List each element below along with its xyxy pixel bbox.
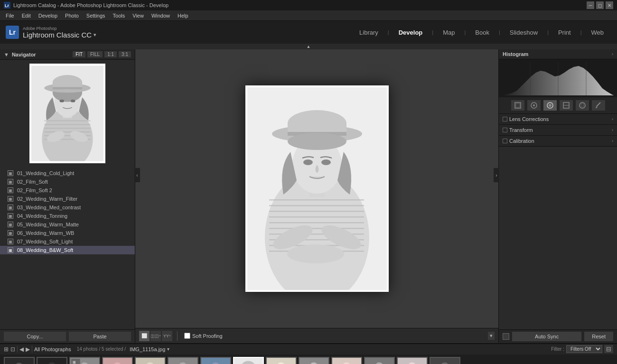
lens-corrections-header[interactable]: Lens Corrections › [499, 114, 617, 124]
preset-item[interactable]: ▦ 04_Wedding_Tonning [0, 212, 135, 220]
menu-file[interactable]: File [2, 12, 18, 19]
tab-develop[interactable]: Develop [391, 27, 430, 38]
sync-toggle[interactable] [503, 333, 509, 340]
before-after-view-button[interactable]: ◫◫ ▾ [150, 331, 161, 341]
filmstrip-thumb-13[interactable] [397, 357, 428, 364]
preset-item[interactable]: ▦ 02_Wedding_Warm_Filter [0, 195, 135, 203]
transform-header[interactable]: Transform › [499, 125, 617, 135]
zoom-3-1[interactable]: 3:1 [119, 51, 131, 57]
histogram-arrow[interactable]: › [612, 52, 613, 56]
menu-edit[interactable]: Edit [18, 12, 35, 19]
svg-rect-29 [269, 222, 364, 224]
svg-rect-4 [44, 121, 91, 121]
red-eye-tool[interactable] [543, 100, 557, 111]
filmstrip-thumb-9[interactable] [266, 357, 297, 364]
radial-gradient-tool[interactable] [576, 100, 589, 111]
toolbar-options-dropdown[interactable]: ▾ [488, 332, 495, 340]
tab-web[interactable]: Web [584, 27, 612, 38]
prev-photo-button[interactable]: ◀ [19, 346, 24, 353]
filmstrip-photos: ⊞ ⊟ ⊟ [0, 355, 617, 364]
preset-item[interactable]: ▦ 02_Film_Soft 2 [0, 186, 135, 195]
filmstrip-thumb-3[interactable]: ⊞ ⊟ [69, 357, 100, 364]
preset-item[interactable]: ▦ 03_Wedding_Med_contrast [0, 203, 135, 212]
preset-item-selected[interactable]: ▦ 08_Wedding_B&W_Soft [0, 246, 135, 254]
preset-icon: ▦ [8, 247, 13, 253]
close-button[interactable]: ✕ [606, 1, 613, 9]
filmstrip-thumb-14[interactable]: ⊟ [430, 357, 460, 364]
spot-removal-tool[interactable] [527, 100, 541, 111]
soft-proofing-label[interactable]: Soft Proofing [192, 333, 223, 339]
survey-view-button[interactable]: YY ▾ [162, 331, 172, 341]
tab-slideshow[interactable]: Slideshow [502, 27, 545, 38]
crop-tool[interactable] [511, 100, 524, 111]
filmstrip-thumb-1[interactable] [4, 357, 35, 364]
menu-photo[interactable]: Photo [61, 12, 83, 19]
menu-settings[interactable]: Settings [83, 12, 109, 19]
menu-develop[interactable]: Develop [35, 12, 61, 19]
filmstrip-thumb-5[interactable] [135, 357, 166, 364]
tab-book[interactable]: Book [467, 27, 497, 38]
filmstrip-thumb-10[interactable]: ⊟ [299, 357, 329, 364]
soft-proofing-checkbox[interactable] [184, 333, 190, 339]
window-controls[interactable]: ─ ◻ ✕ [587, 1, 613, 9]
filmstrip-thumb-current[interactable]: ⊟ [233, 357, 264, 364]
paste-button[interactable]: Paste [69, 332, 131, 341]
preset-item[interactable]: ▦ 07_Wedding_Soft_Light [0, 237, 135, 246]
preset-label: 08_Wedding_B&W_Soft [17, 247, 73, 253]
filmstrip-thumb-7[interactable] [200, 357, 231, 364]
soft-proofing-toggle[interactable]: Soft Proofing [184, 333, 223, 339]
grid-view-button[interactable]: ⊞ [4, 346, 9, 353]
filter-options-button[interactable]: ⊟ [604, 345, 613, 353]
zoom-fill[interactable]: FILL [87, 51, 103, 57]
filmstrip-thumb-2[interactable] [37, 357, 67, 364]
main-area: ▼ Navigator FIT FILL 1:1 3:1 [0, 49, 617, 343]
minimize-button[interactable]: ─ [587, 1, 594, 9]
preset-item[interactable]: ▦ 06_Wedding_Warm_WB [0, 229, 135, 237]
preset-item[interactable]: ▦ 05_Wedding_Warm_Matte [0, 220, 135, 229]
lens-corrections-checkbox[interactable] [503, 117, 507, 121]
tab-print[interactable]: Print [551, 27, 579, 38]
navigator-title: Navigator [12, 52, 73, 57]
filename-dropdown-arrow[interactable]: ▾ [167, 346, 169, 352]
right-panel-collapse[interactable]: › [494, 168, 499, 182]
menu-help[interactable]: Help [174, 12, 192, 19]
zoom-1-1[interactable]: 1:1 [104, 51, 117, 57]
lr-brand-label: Adobe Photoshop [23, 26, 96, 31]
transform-checkbox[interactable] [503, 128, 507, 132]
tab-library[interactable]: Library [352, 27, 386, 38]
titlebar: Lr Lightroom Catalog - Adobe Photoshop L… [0, 0, 617, 10]
calibration-header[interactable]: Calibration › [499, 136, 617, 146]
linear-gradient-tool[interactable] [560, 100, 573, 111]
next-photo-button[interactable]: ▶ [26, 346, 30, 353]
loupe-view-button[interactable]: ⬜ [139, 331, 150, 341]
menu-view[interactable]: View [129, 12, 148, 19]
menu-window[interactable]: Window [148, 12, 174, 19]
menu-tools[interactable]: Tools [109, 12, 129, 19]
left-panel-collapse[interactable]: ‹ [134, 168, 140, 182]
filmstrip-thumb-12[interactable]: ⊟ [364, 357, 395, 364]
calibration-checkbox[interactable] [503, 139, 507, 143]
main-photo [245, 85, 389, 292]
reset-button[interactable]: Reset [584, 332, 613, 341]
preset-item[interactable]: ▦ 01_Wedding_Cold_Light [0, 169, 135, 177]
filter-dropdown[interactable]: Filters Off Flagged Unflagged Rated [566, 345, 602, 353]
copy-button[interactable]: Copy... [4, 332, 66, 341]
filmstrip-view-button[interactable]: ⊡ [10, 346, 15, 353]
preset-item[interactable]: ▦ 02_Film_Soft [0, 177, 135, 186]
filmstrip-thumb-11[interactable] [331, 357, 362, 364]
preset-icon: ▦ [8, 179, 13, 185]
zoom-fit[interactable]: FIT [73, 51, 85, 57]
restore-button[interactable]: ◻ [596, 1, 604, 9]
auto-sync-button[interactable]: Auto Sync [512, 332, 581, 341]
tab-map[interactable]: Map [435, 27, 462, 38]
top-panel-arrow[interactable]: ▲ [0, 44, 617, 49]
filmstrip-thumb-4[interactable] [102, 357, 133, 364]
navigator-toggle[interactable]: ▼ [4, 52, 9, 57]
lr-dropdown-arrow[interactable]: ▾ [93, 32, 96, 38]
filmstrip-thumb-6[interactable]: ⊟ [168, 357, 198, 364]
svg-rect-7 [44, 131, 91, 132]
svg-point-61 [581, 103, 584, 107]
histogram-title: Histogram [503, 51, 528, 57]
adjustment-brush-tool[interactable] [592, 100, 605, 111]
svg-point-44 [288, 133, 346, 150]
